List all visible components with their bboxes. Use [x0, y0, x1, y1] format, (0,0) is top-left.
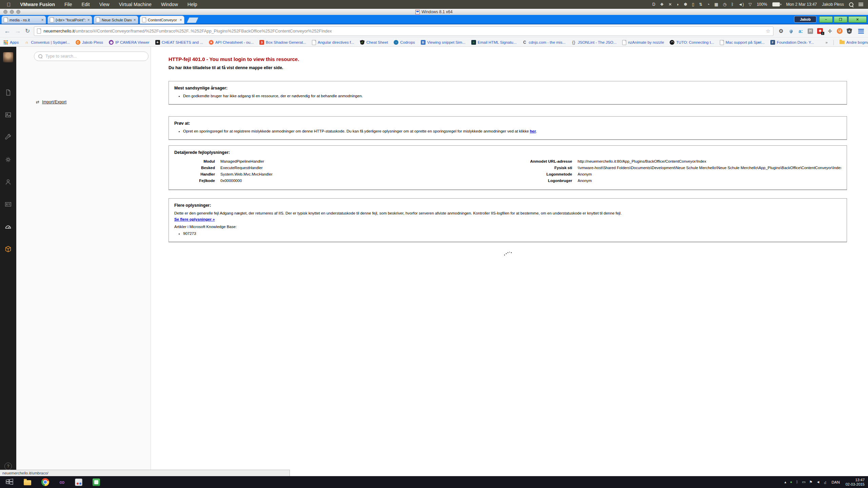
bookmarks-overflow-chevron[interactable]: » — [826, 40, 828, 44]
umbraco-extension-icon[interactable]: U — [837, 28, 843, 34]
bookmark-item[interactable]: BViewing snippet Sim... — [421, 40, 466, 45]
tray-caret-up-icon[interactable]: ▴ — [784, 480, 786, 484]
bookmark-item[interactable]: ◦Codrops — [394, 40, 415, 45]
displaylink-icon[interactable]: D — [652, 2, 655, 6]
gear-extension-icon[interactable]: ⚙ — [778, 28, 784, 34]
dropbox-icon[interactable]: ❖ — [660, 2, 664, 6]
tab-contentconveyor-active[interactable]: ContentConveyor - neuen ✕ — [140, 16, 184, 24]
omnibox[interactable]: neuemerchello.it/umbraco/#/ContentConvey… — [34, 26, 773, 36]
members-card-icon[interactable] — [4, 201, 12, 208]
lastpass-extension-icon[interactable]: ✱1 — [817, 28, 823, 34]
taskbar-pinned-app-icon-2[interactable] — [93, 479, 100, 486]
new-tab-button[interactable] — [186, 17, 199, 23]
menu-clock[interactable]: Mon 2 Mar 13:47 — [786, 2, 817, 6]
search-input[interactable] — [45, 54, 144, 59]
tray-network-icon[interactable]: ⣴ — [824, 480, 826, 484]
x-status-icon[interactable]: ✕ — [668, 2, 672, 6]
reload-button[interactable]: ↻ — [25, 28, 30, 34]
spotlight-icon[interactable] — [849, 2, 853, 7]
bookmark-item[interactable]: CJakob Pless — [76, 40, 103, 45]
tree-item-label[interactable]: Import/Export — [42, 100, 66, 104]
tab-neue-schule[interactable]: Neue Schule Danmark ✕ — [94, 16, 138, 24]
menu-app-name[interactable]: VMware Fusion — [20, 2, 55, 7]
time-machine-icon[interactable]: ◔ — [707, 2, 709, 6]
device-icon[interactable]: ▯ — [692, 2, 694, 6]
bluetooth-icon[interactable]: ᛒ — [731, 2, 734, 6]
back-button[interactable]: ← — [4, 28, 11, 34]
tab-close-icon[interactable]: ✕ — [87, 18, 90, 22]
h-extension-icon[interactable]: H — [808, 28, 813, 34]
users-section-icon[interactable] — [4, 178, 12, 186]
here-link[interactable]: her — [530, 129, 536, 133]
gauge-section-icon[interactable] — [4, 223, 12, 230]
sync-icon[interactable]: ⇅ — [699, 2, 702, 6]
tab-media-ns[interactable]: media - ns.it ✕ — [1, 16, 46, 24]
tab-close-icon[interactable]: ✕ — [179, 18, 182, 22]
menu-window[interactable]: Window — [161, 2, 178, 7]
bookmark-item[interactable]: 3Box Shadow Generat... — [259, 40, 306, 45]
notification-center-icon[interactable] — [859, 3, 863, 6]
bookmark-item[interactable]: ✦CHEAT SHEETS and ... — [155, 40, 203, 45]
menu-help[interactable]: Help — [188, 2, 197, 7]
language-indicator[interactable]: DAN — [831, 480, 840, 484]
menu-user-name[interactable]: Jakob Pless — [822, 2, 844, 6]
menu-file[interactable]: File — [64, 2, 72, 7]
tree-search-box[interactable] — [34, 52, 149, 61]
bookmark-item[interactable]: Ccdnjs.com - the mis... — [522, 40, 566, 45]
volume-icon[interactable]: ◄) — [738, 2, 744, 6]
droplet-extension-icon[interactable] — [788, 28, 794, 34]
bookmark-item[interactable]: ◉IP CAMERA Viewer — [109, 40, 150, 45]
tray-flag-icon[interactable]: ⚑ — [809, 480, 813, 484]
taskbar-pinned-app-icon[interactable] — [75, 479, 82, 486]
droplet-icon[interactable]: ◗ — [677, 2, 679, 6]
tree-item-import-export[interactable]: ⇄ Import/Export — [36, 100, 66, 104]
paw-icon[interactable]: ✽ — [684, 2, 687, 6]
tab-close-icon[interactable]: ✕ — [133, 18, 136, 22]
apple-menu-icon[interactable]:  — [7, 2, 11, 7]
bookmark-item[interactable]: Angular directives f... — [312, 40, 354, 45]
tray-green-status-icon[interactable]: ● — [790, 480, 792, 484]
angular-extension-icon[interactable]: A — [847, 28, 852, 34]
tray-volume-icon[interactable]: ◄ — [816, 480, 820, 484]
menu-edit[interactable]: Edit — [82, 2, 90, 7]
bookmark-item[interactable]: nzAnimate by nozzle — [622, 40, 664, 45]
close-button[interactable]: ✕ — [848, 16, 867, 23]
bookmark-item[interactable]: ≡Email HTML Signatu... — [471, 40, 517, 45]
bookmark-item[interactable]: ✓Cheat Sheet — [360, 40, 388, 45]
bookmark-item[interactable]: ∩Conventus | Sydsjæl... — [24, 40, 70, 45]
content-section-icon[interactable] — [4, 89, 12, 96]
battery-icon[interactable] — [772, 2, 781, 6]
a-extension-icon[interactable]: a: — [798, 28, 804, 34]
start-button[interactable] — [5, 478, 14, 486]
crosshair-extension-icon[interactable]: ✛ — [827, 28, 833, 34]
activity-chart-icon[interactable]: ▦ — [714, 2, 718, 6]
bookmark-item[interactable]: FFoundation Deck- Y... — [770, 40, 814, 45]
user-avatar[interactable] — [3, 52, 13, 62]
developer-gear-icon[interactable] — [4, 156, 12, 163]
bookmark-item[interactable]: ♥API Cheatsheet - ou... — [209, 40, 254, 45]
file-explorer-icon[interactable] — [24, 480, 31, 485]
tray-monitor-icon[interactable]: ▭ — [802, 480, 805, 484]
menu-virtual-machine[interactable]: Virtual Machine — [119, 2, 152, 7]
bookmark-item[interactable]: {}JSONLint - The JSO... — [571, 40, 616, 45]
tab-focalpoint-json[interactable]: {<br> "focalPoint": {<br ✕ — [47, 16, 92, 24]
more-info-link[interactable]: Se flere oplysninger » — [174, 217, 215, 221]
chrome-profile-button[interactable]: Jakob — [794, 16, 816, 23]
forward-button[interactable]: → — [15, 28, 21, 34]
visual-studio-icon[interactable]: ∞ — [59, 479, 65, 486]
bookmark-star-icon[interactable]: ☆ — [766, 28, 770, 34]
tab-close-icon[interactable]: ✕ — [41, 18, 44, 22]
chrome-taskbar-icon[interactable] — [41, 478, 49, 486]
chrome-menu-icon[interactable] — [858, 29, 864, 34]
tray-bluetooth-icon[interactable]: ᛒ — [796, 480, 798, 484]
bookmark-item[interactable]: Apps — [3, 40, 19, 45]
package-section-icon-active[interactable] — [4, 245, 12, 253]
bookmark-item[interactable]: ◠TUTO: Connecting t... — [670, 40, 714, 45]
page-security-icon[interactable] — [37, 28, 41, 34]
wifi-icon[interactable]: ▽ — [749, 2, 752, 6]
clock-status-icon[interactable]: ◷ — [723, 2, 726, 6]
other-bookmarks-folder[interactable]: Andre bogmærker — [840, 40, 868, 44]
taskbar-clock[interactable]: 13:47 02-03-2015 — [846, 478, 865, 487]
settings-wrench-icon[interactable] — [4, 134, 12, 141]
help-icon[interactable]: ? — [4, 463, 12, 470]
